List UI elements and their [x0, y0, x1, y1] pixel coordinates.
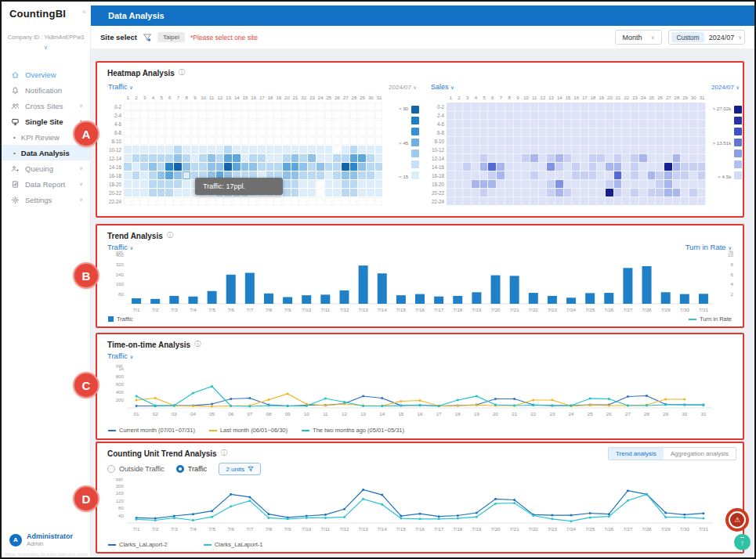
heatmap-cell[interactable] — [681, 103, 689, 110]
heatmap-cell[interactable] — [614, 111, 622, 119]
data-point[interactable] — [684, 399, 686, 401]
heatmap-cell[interactable] — [325, 146, 333, 153]
heatmap-cell[interactable] — [664, 146, 672, 153]
heatmap-cell[interactable] — [165, 180, 173, 188]
heatmap-cell[interactable] — [689, 146, 697, 153]
heatmap-cell[interactable] — [447, 171, 454, 179]
heatmap-cell[interactable] — [689, 189, 697, 197]
heatmap-cell[interactable] — [325, 180, 333, 188]
heatmap-cell[interactable] — [622, 189, 630, 197]
heatmap-cell[interactable] — [614, 103, 622, 110]
heatmap-cell[interactable] — [342, 197, 349, 205]
heatmap-cell[interactable] — [673, 189, 681, 197]
heatmap-cell[interactable] — [648, 146, 656, 153]
heatmap-cell[interactable] — [463, 197, 471, 205]
heatmap-cell[interactable] — [149, 111, 157, 119]
heatmap-cell[interactable] — [299, 163, 307, 171]
data-point[interactable] — [362, 395, 364, 398]
data-point[interactable] — [494, 398, 497, 400]
heatmap-cell[interactable] — [249, 137, 257, 145]
heatmap-cell[interactable] — [367, 137, 374, 145]
heatmap-cell[interactable] — [673, 197, 681, 205]
heatmap-cell[interactable] — [447, 146, 454, 153]
heatmap-cell[interactable] — [664, 137, 672, 145]
heatmap-cell[interactable] — [522, 163, 530, 171]
heatmap-cell[interactable] — [233, 103, 241, 110]
heatmap-cell[interactable] — [681, 111, 689, 119]
heatmap-cell[interactable] — [208, 163, 215, 171]
heatmap-cell[interactable] — [505, 189, 513, 197]
data-point[interactable] — [324, 398, 327, 400]
heatmap-cell[interactable] — [233, 163, 241, 171]
heatmap-cell[interactable] — [249, 163, 257, 171]
heatmap-cell[interactable] — [174, 154, 182, 162]
heatmap-cell[interactable] — [291, 171, 299, 179]
heatmap-cell[interactable] — [350, 146, 358, 153]
heatmap-cell[interactable] — [191, 163, 199, 171]
heatmap-cell[interactable] — [530, 120, 538, 128]
traffic-radio[interactable]: Traffic — [176, 465, 208, 473]
heatmap-cell[interactable] — [325, 189, 333, 197]
heatmap-cell[interactable] — [656, 154, 664, 162]
heatmap-cell[interactable] — [581, 180, 588, 188]
data-point[interactable] — [476, 395, 478, 398]
heatmap-cell[interactable] — [555, 180, 563, 188]
data-point[interactable] — [419, 513, 421, 515]
data-point[interactable] — [664, 512, 667, 514]
heatmap-cell[interactable] — [174, 120, 182, 128]
data-point[interactable] — [230, 505, 232, 507]
data-point[interactable] — [494, 404, 497, 406]
heatmap-cell[interactable] — [333, 103, 341, 110]
heatmap-cell[interactable] — [283, 189, 291, 197]
heatmap-cell[interactable] — [199, 146, 207, 153]
heatmap-cell[interactable] — [555, 128, 563, 136]
heatmap-cell[interactable] — [673, 103, 681, 110]
heatmap-cell[interactable] — [631, 120, 638, 128]
heatmap-cell[interactable] — [258, 128, 266, 136]
data-point[interactable] — [400, 518, 402, 520]
heatmap-cell[interactable] — [606, 180, 613, 188]
heatmap-cell[interactable] — [375, 171, 383, 179]
heatmap-cell[interactable] — [266, 197, 274, 205]
heatmap-cell[interactable] — [291, 146, 299, 153]
heatmap-cell[interactable] — [547, 197, 555, 205]
heatmap-cell[interactable] — [530, 128, 538, 136]
heatmap-cell[interactable] — [648, 103, 656, 110]
heatmap-cell[interactable] — [132, 154, 140, 162]
heatmap-cell[interactable] — [132, 189, 140, 197]
heatmap-cell[interactable] — [317, 146, 324, 153]
heatmap-cell[interactable] — [631, 189, 638, 197]
heatmap-cell[interactable] — [505, 197, 513, 205]
trend-bar[interactable] — [585, 293, 595, 304]
data-point[interactable] — [249, 406, 251, 408]
legend-item[interactable]: Last month (06/01~06/30) — [209, 427, 288, 434]
heatmap-cell[interactable] — [572, 180, 580, 188]
company-expand-icon[interactable]: ∨ — [2, 44, 90, 51]
heatmap-cell[interactable] — [555, 189, 563, 197]
heatmap-cell[interactable] — [358, 189, 366, 197]
heatmap-cell[interactable] — [258, 146, 266, 153]
heatmap-cell[interactable] — [689, 171, 697, 179]
heatmap-cell[interactable] — [689, 180, 697, 188]
heatmap-cell[interactable] — [224, 120, 232, 128]
heatmap-cell[interactable] — [333, 120, 341, 128]
heatmap-cell[interactable] — [522, 197, 530, 205]
trend-bar[interactable] — [359, 265, 368, 304]
heatmap-cell[interactable] — [249, 111, 257, 119]
heatmap-cell[interactable] — [299, 154, 307, 162]
heatmap-cell[interactable] — [639, 189, 647, 197]
heatmap-cell[interactable] — [241, 137, 249, 145]
heatmap-cell[interactable] — [342, 137, 349, 145]
data-point[interactable] — [494, 498, 497, 500]
heatmap-cell[interactable] — [514, 128, 522, 136]
heatmap-cell[interactable] — [497, 103, 505, 110]
heatmap-cell[interactable] — [165, 137, 173, 145]
data-point[interactable] — [267, 517, 269, 519]
heatmap-cell[interactable] — [342, 111, 349, 119]
heatmap-cell[interactable] — [614, 137, 622, 145]
sales-month-dropdown[interactable]: 2024/07 ∨ — [711, 84, 740, 91]
heatmap-cell[interactable] — [358, 197, 366, 205]
heatmap-cell[interactable] — [342, 120, 349, 128]
heatmap-cell[interactable] — [157, 189, 165, 197]
heatmap-cell[interactable] — [283, 197, 291, 205]
